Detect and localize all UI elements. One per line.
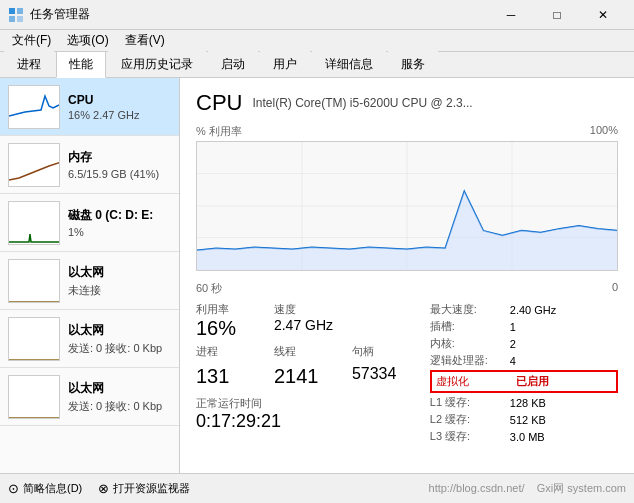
monitor-icon: ⊗ xyxy=(98,481,109,496)
l1-value: 128 KB xyxy=(510,397,546,409)
tab-performance[interactable]: 性能 xyxy=(56,51,106,78)
sidebar-item-memory[interactable]: 内存 6.5/15.9 GB (41%) xyxy=(0,136,179,194)
eth2-detail: 发送: 0 接收: 0 Kbp xyxy=(68,341,171,356)
l2-value: 512 KB xyxy=(510,414,546,426)
monitor-label: 打开资源监视器 xyxy=(113,481,190,496)
tab-startup[interactable]: 启动 xyxy=(208,51,258,77)
slots-value: 1 xyxy=(510,321,516,333)
summary-button[interactable]: ⊙ 简略信息(D) xyxy=(8,481,82,496)
window-title: 任务管理器 xyxy=(30,6,488,23)
utilization-stat: 利用率 16% xyxy=(196,302,266,340)
info-row-l3: L3 缓存: 3.0 MB xyxy=(430,429,618,444)
thread-label: 线程 xyxy=(274,344,344,359)
info-row-virt: 虚拟化 已启用 xyxy=(430,370,618,393)
speed-stat: 速度 2.47 GHz xyxy=(274,302,344,340)
uptime-label: 正常运行时间 xyxy=(196,396,422,411)
memory-mini-graph xyxy=(8,143,60,187)
window-controls: ─ □ ✕ xyxy=(488,0,626,30)
process-value: 131 xyxy=(196,365,266,388)
info-row-max-speed: 最大速度: 2.40 GHz xyxy=(430,302,618,317)
tab-app-history[interactable]: 应用历史记录 xyxy=(108,51,206,77)
info-row-l1: L1 缓存: 128 KB xyxy=(430,395,618,410)
stats-right: 最大速度: 2.40 GHz 插槽: 1 内核: 2 逻辑处理器: 4 虚拟化 xyxy=(430,302,618,446)
info-row-logical: 逻辑处理器: 4 xyxy=(430,353,618,368)
logical-value: 4 xyxy=(510,355,516,367)
watermark: http://blog.csdn.net/ Gxi网 system.com xyxy=(206,481,626,496)
cpu-name: CPU xyxy=(68,93,171,107)
handle-stat: 句柄 xyxy=(352,344,422,359)
memory-name: 内存 xyxy=(68,149,171,166)
panel-subtitle: Intel(R) Core(TM) i5-6200U CPU @ 2.3... xyxy=(252,96,472,110)
l3-label: L3 缓存: xyxy=(430,429,510,444)
eth1-mini-graph xyxy=(8,259,60,303)
monitor-button[interactable]: ⊗ 打开资源监视器 xyxy=(98,481,190,496)
maximize-button[interactable]: □ xyxy=(534,0,580,30)
svg-rect-2 xyxy=(9,16,15,22)
disk-name: 磁盘 0 (C: D: E: xyxy=(68,207,171,224)
eth2-mini-graph xyxy=(8,317,60,361)
chart-label-bottom: 60 秒 0 xyxy=(196,281,618,296)
logical-label: 逻辑处理器: xyxy=(430,353,510,368)
menu-bar: 文件(F) 选项(O) 查看(V) xyxy=(0,30,634,52)
minimize-button[interactable]: ─ xyxy=(488,0,534,30)
app-icon xyxy=(8,7,24,23)
tab-services[interactable]: 服务 xyxy=(388,51,438,77)
handle-value: 57334 xyxy=(352,365,422,388)
tab-details[interactable]: 详细信息 xyxy=(312,51,386,77)
sidebar-item-eth2[interactable]: 以太网 发送: 0 接收: 0 Kbp xyxy=(0,310,179,368)
slots-label: 插槽: xyxy=(430,319,510,334)
sidebar-item-eth1[interactable]: 以太网 未连接 xyxy=(0,252,179,310)
sidebar-item-disk[interactable]: 磁盘 0 (C: D: E: 1% xyxy=(0,194,179,252)
info-row-l2: L2 缓存: 512 KB xyxy=(430,412,618,427)
eth1-name: 以太网 xyxy=(68,264,171,281)
sidebar-item-eth3[interactable]: 以太网 发送: 0 接收: 0 Kbp xyxy=(0,368,179,426)
disk-detail: 1% xyxy=(68,226,171,238)
chart-y-label: % 利用率 xyxy=(196,124,242,139)
eth3-mini-graph xyxy=(8,375,60,419)
tab-process[interactable]: 进程 xyxy=(4,51,54,77)
menu-view[interactable]: 查看(V) xyxy=(117,30,173,51)
uptime-value: 0:17:29:21 xyxy=(196,411,422,432)
panel-header: CPU Intel(R) Core(TM) i5-6200U CPU @ 2.3… xyxy=(196,90,618,116)
status-bar: ⊙ 简略信息(D) ⊗ 打开资源监视器 http://blog.csdn.net… xyxy=(0,473,634,503)
cpu-chart xyxy=(196,141,618,271)
eth2-info: 以太网 发送: 0 接收: 0 Kbp xyxy=(68,322,171,356)
max-speed-value: 2.40 GHz xyxy=(510,304,556,316)
memory-info: 内存 6.5/15.9 GB (41%) xyxy=(68,149,171,180)
speed-value: 2.47 GHz xyxy=(274,317,344,333)
close-button[interactable]: ✕ xyxy=(580,0,626,30)
disk-mini-graph xyxy=(8,201,60,245)
info-row-slots: 插槽: 1 xyxy=(430,319,618,334)
summary-icon: ⊙ xyxy=(8,481,19,496)
menu-file[interactable]: 文件(F) xyxy=(4,30,59,51)
sidebar-item-cpu[interactable]: CPU 16% 2.47 GHz xyxy=(0,78,179,136)
speed-label: 速度 xyxy=(274,302,344,317)
right-panel: CPU Intel(R) Core(TM) i5-6200U CPU @ 2.3… xyxy=(180,78,634,473)
core-label: 内核: xyxy=(430,336,510,351)
eth2-name: 以太网 xyxy=(68,322,171,339)
info-row-core: 内核: 2 xyxy=(430,336,618,351)
tab-bar: 进程 性能 应用历史记录 启动 用户 详细信息 服务 xyxy=(0,52,634,78)
eth3-detail: 发送: 0 接收: 0 Kbp xyxy=(68,399,171,414)
menu-options[interactable]: 选项(O) xyxy=(59,30,116,51)
core-value: 2 xyxy=(510,338,516,350)
memory-detail: 6.5/15.9 GB (41%) xyxy=(68,168,171,180)
utilization-value: 16% xyxy=(196,317,266,340)
cpu-mini-graph xyxy=(8,85,60,129)
stats-and-info: 利用率 16% 速度 2.47 GHz 进程 线程 句柄 xyxy=(196,302,618,446)
virt-label: 虚拟化 xyxy=(436,374,516,389)
utilization-label: 利用率 xyxy=(196,302,266,317)
main-content: CPU 16% 2.47 GHz 内存 6.5/15.9 GB (41%) xyxy=(0,78,634,473)
eth3-name: 以太网 xyxy=(68,380,171,397)
chart-x-min: 0 xyxy=(612,281,618,296)
process-label: 进程 xyxy=(196,344,266,359)
tab-users[interactable]: 用户 xyxy=(260,51,310,77)
virt-value: 已启用 xyxy=(516,374,549,389)
svg-rect-0 xyxy=(9,8,15,14)
uptime-section: 正常运行时间 0:17:29:21 xyxy=(196,396,422,432)
chart-y-max: 100% xyxy=(590,124,618,139)
eth1-detail: 未连接 xyxy=(68,283,171,298)
l1-label: L1 缓存: xyxy=(430,395,510,410)
handle-label: 句柄 xyxy=(352,344,422,359)
cpu-detail: 16% 2.47 GHz xyxy=(68,109,171,121)
